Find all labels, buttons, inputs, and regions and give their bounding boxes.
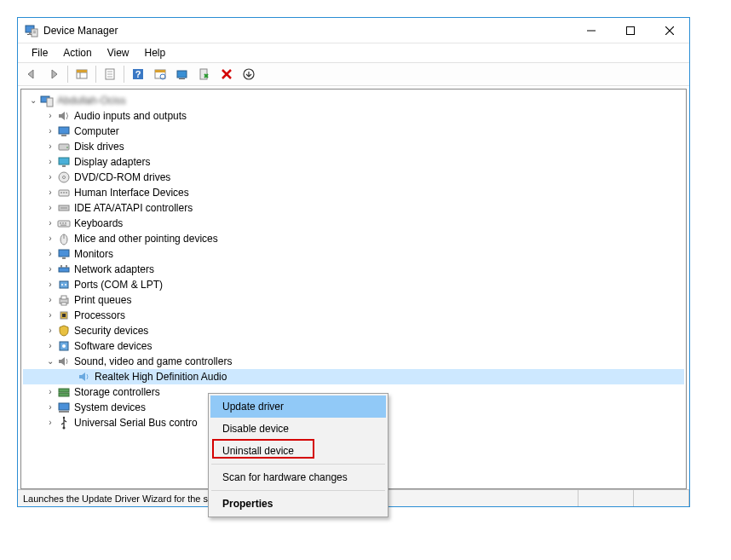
- menu-help[interactable]: Help: [138, 45, 173, 61]
- context-separator: [211, 490, 385, 491]
- expander-icon[interactable]: ⌄: [28, 93, 38, 108]
- close-button[interactable]: [650, 18, 689, 43]
- minimize-button[interactable]: [572, 18, 611, 43]
- expander-icon[interactable]: ›: [45, 262, 55, 277]
- tree-category[interactable]: ›Mice and other pointing devices: [23, 231, 684, 246]
- context-update-driver[interactable]: Update driver: [210, 395, 386, 418]
- tree-category[interactable]: ›Network adapters: [23, 262, 684, 277]
- disable-button[interactable]: [216, 65, 237, 84]
- tree-node-label: Realtek High Definition Audio: [95, 369, 227, 384]
- svg-rect-48: [65, 222, 66, 224]
- expander-icon[interactable]: ›: [45, 338, 55, 354]
- expander-icon[interactable]: ›: [45, 400, 55, 415]
- tree-category[interactable]: ›Keyboards: [23, 216, 684, 231]
- security-icon: [57, 324, 71, 338]
- expander-icon[interactable]: ⌄: [45, 354, 55, 369]
- expander-icon[interactable]: ›: [45, 170, 55, 185]
- mouse-icon: [57, 232, 71, 245]
- expander-icon[interactable]: ›: [45, 154, 55, 170]
- expander-icon[interactable]: ›: [45, 185, 55, 200]
- svg-rect-5: [33, 32, 36, 33]
- tree-category[interactable]: ›Audio inputs and outputs: [23, 108, 684, 124]
- expander-icon[interactable]: ›: [45, 139, 55, 154]
- update-driver-button[interactable]: [172, 65, 193, 84]
- svg-point-38: [63, 176, 66, 179]
- tree-category[interactable]: ›Computer: [23, 124, 684, 139]
- svg-rect-64: [62, 314, 66, 317]
- properties-button[interactable]: [100, 65, 120, 84]
- tree-node-label: System devices: [74, 400, 146, 415]
- uninstall-button[interactable]: [194, 65, 215, 84]
- svg-rect-41: [63, 192, 65, 193]
- enable-button[interactable]: [239, 65, 259, 84]
- svg-rect-54: [59, 268, 69, 272]
- expander-icon[interactable]: ›: [45, 108, 55, 124]
- expander-icon[interactable]: ›: [45, 246, 55, 262]
- scan-hardware-button[interactable]: [150, 65, 170, 84]
- audio-icon: [57, 109, 71, 123]
- expander-icon[interactable]: ›: [45, 200, 55, 216]
- svg-rect-69: [59, 403, 69, 410]
- expander-icon[interactable]: ›: [45, 216, 55, 231]
- tree-category-expanded[interactable]: ⌄Sound, video and game controllers: [23, 354, 684, 369]
- sound-icon: [57, 355, 71, 368]
- svg-rect-67: [59, 389, 69, 392]
- tree-category[interactable]: ›Disk drives: [23, 139, 684, 154]
- svg-line-8: [665, 26, 674, 35]
- back-button[interactable]: [21, 65, 42, 84]
- tree-category[interactable]: ›DVD/CD-ROM drives: [23, 170, 684, 185]
- expander-icon[interactable]: ›: [45, 277, 55, 292]
- tree-category[interactable]: ›Print queues: [23, 292, 684, 308]
- toolbar-separator: [95, 66, 96, 83]
- expander-icon[interactable]: ›: [45, 308, 55, 323]
- tree-node-label: Network adapters: [74, 262, 154, 277]
- show-hide-tree-button[interactable]: [72, 65, 92, 84]
- speaker-icon: [78, 370, 91, 384]
- svg-rect-68: [59, 393, 69, 396]
- usb-icon: [57, 416, 71, 430]
- context-uninstall-device[interactable]: Uninstall device: [210, 440, 386, 462]
- svg-point-34: [66, 147, 68, 148]
- menu-action[interactable]: Action: [56, 45, 98, 61]
- svg-rect-31: [59, 127, 69, 134]
- context-disable-device[interactable]: Disable device: [210, 418, 386, 440]
- tree-node-label: Audio inputs and outputs: [74, 108, 187, 124]
- menu-file[interactable]: File: [25, 45, 55, 61]
- tree-category[interactable]: ›IDE ATA/ATAPI controllers: [23, 200, 684, 216]
- tree-category[interactable]: ›Display adapters: [23, 154, 684, 170]
- svg-rect-52: [59, 250, 69, 257]
- tree-category[interactable]: ›Human Interface Devices: [23, 185, 684, 200]
- svg-line-9: [665, 26, 674, 35]
- context-scan-hardware[interactable]: Scan for hardware changes: [210, 466, 386, 488]
- tree-category[interactable]: ›Security devices: [23, 323, 684, 338]
- tree-category[interactable]: ›Ports (COM & LPT): [23, 277, 684, 292]
- hid-icon: [57, 186, 71, 199]
- svg-point-66: [62, 344, 66, 348]
- expander-icon[interactable]: ›: [45, 384, 55, 400]
- menu-view[interactable]: View: [101, 45, 136, 61]
- tree-root[interactable]: ⌄Abdullah-Ociss: [23, 93, 684, 108]
- svg-rect-56: [66, 265, 67, 268]
- tree-category[interactable]: ›Monitors: [23, 246, 684, 262]
- network-icon: [57, 263, 71, 276]
- help-button[interactable]: ?: [128, 65, 148, 84]
- svg-rect-30: [47, 98, 53, 107]
- dvd-icon: [57, 170, 71, 184]
- expander-icon[interactable]: ›: [45, 323, 55, 338]
- forward-button[interactable]: [43, 65, 64, 84]
- tree-device-selected[interactable]: Realtek High Definition Audio: [23, 369, 684, 384]
- maximize-button[interactable]: [611, 18, 650, 43]
- expander-icon[interactable]: ›: [45, 292, 55, 308]
- cpu-icon: [57, 309, 71, 322]
- svg-rect-57: [60, 281, 68, 288]
- expander-icon[interactable]: ›: [45, 231, 55, 246]
- svg-rect-55: [60, 265, 62, 268]
- software-icon: [57, 339, 71, 353]
- svg-point-71: [63, 427, 66, 430]
- svg-rect-35: [59, 158, 69, 165]
- tree-category[interactable]: ›Software devices: [23, 338, 684, 354]
- context-properties[interactable]: Properties: [210, 493, 386, 515]
- tree-category[interactable]: ›Processors: [23, 308, 684, 323]
- expander-icon[interactable]: ›: [45, 415, 55, 430]
- expander-icon[interactable]: ›: [45, 124, 55, 139]
